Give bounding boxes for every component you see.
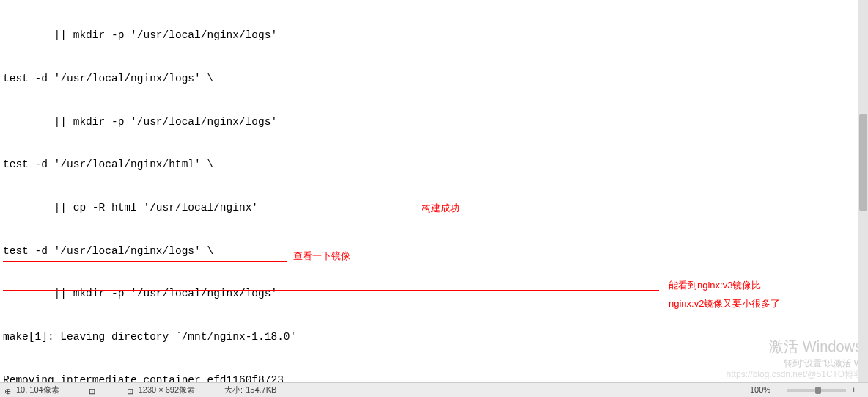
log-line: || mkdir -p '/usr/local/nginx/logs'	[3, 115, 855, 130]
log-line: make[1]: Leaving directory `/mnt/nginx-1…	[3, 330, 855, 345]
status-bar: ⊕ 10, 104像素 ⊡ ⊡ 1230 × 692像素 大小: 154.7KB…	[0, 382, 868, 397]
watermark-blog: https://blog.csdn.net/@51CTO博客	[727, 368, 862, 380]
image-dimensions: ⊡ 1230 × 692像素	[127, 385, 195, 396]
scrollbar-thumb[interactable]	[859, 114, 867, 210]
annotation-build-ok: 构建成功	[422, 202, 460, 215]
zoom-slider[interactable]	[787, 389, 846, 392]
zoom-in-button[interactable]: +	[849, 385, 859, 396]
log-line: test -d '/usr/local/nginx/logs' \	[3, 244, 855, 259]
log-line: || mkdir -p '/usr/local/nginx/logs'	[3, 29, 855, 43]
crosshair-icon: ⊕	[4, 386, 13, 395]
selection-icon: ⊡	[89, 386, 98, 395]
selection-size: ⊡	[89, 386, 98, 395]
watermark-activate: 激活 Windows	[769, 337, 862, 357]
file-size: 大小: 154.7KB	[224, 385, 276, 396]
size-label: 大小:	[224, 385, 243, 396]
size-value: 154.7KB	[246, 385, 276, 396]
cursor-position: ⊕ 10, 104像素	[4, 385, 59, 396]
terminal-output: || mkdir -p '/usr/local/nginx/logs' test…	[0, 0, 858, 397]
cursor-text: 10, 104像素	[16, 385, 59, 396]
dimensions-text: 1230 × 692像素	[139, 385, 195, 396]
red-underline-row	[3, 290, 659, 291]
log-line: test -d '/usr/local/nginx/html' \	[3, 158, 855, 172]
zoom-control: 100% − +	[750, 385, 859, 396]
zoom-out-button[interactable]: −	[773, 385, 784, 396]
watermark-settings: 转到"设置"以激活 W	[784, 357, 862, 369]
scrollbar-vertical[interactable]	[858, 0, 868, 382]
log-line: test -d '/usr/local/nginx/logs' \	[3, 72, 855, 87]
red-underline-command	[3, 261, 287, 262]
zoom-value: 100%	[750, 385, 770, 396]
annotation-compare-1: 能看到nginx:v3镜像比	[669, 279, 761, 292]
annotation-view-images: 查看一下镜像	[293, 250, 350, 263]
dimensions-icon: ⊡	[127, 386, 136, 395]
annotation-compare-2: nginx:v2镜像又要小很多了	[669, 297, 780, 310]
